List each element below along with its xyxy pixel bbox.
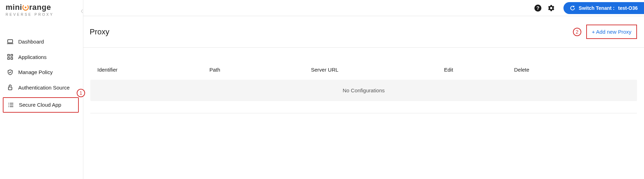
column-header-edit: Edit [444, 67, 514, 73]
switch-tenant-button[interactable]: Switch Tenant : test-O36 [563, 2, 644, 14]
page-header: Proxy 2 + Add new Proxy [83, 16, 644, 48]
divider [90, 113, 637, 113]
refresh-icon [570, 5, 575, 11]
column-header-path: Path [209, 67, 311, 73]
sidebar-item-secure-cloud-app[interactable]: 1 Secure Cloud App [3, 97, 79, 113]
sidebar-item-authentication-source[interactable]: Authentication Source [0, 80, 83, 95]
topbar: ? Switch Tenant : test-O36 [83, 0, 644, 16]
sidebar-item-applications[interactable]: Applications [0, 49, 83, 65]
sidebar: minirange REVERSE PROXY Dashboard Applic… [0, 0, 83, 179]
svg-rect-7 [11, 58, 13, 59]
add-new-proxy-button[interactable]: + Add new Proxy [586, 25, 637, 39]
sidebar-item-manage-policy[interactable]: Manage Policy [0, 65, 83, 80]
svg-point-9 [8, 103, 9, 104]
grid-icon [7, 54, 13, 60]
sidebar-collapse-handle[interactable] [81, 9, 83, 13]
content: Identifier Path Server URL Edit Delete N… [83, 48, 644, 120]
logo-suffix: range [29, 3, 51, 12]
laptop-icon [7, 39, 13, 45]
sidebar-nav: Dashboard Applications Manage Policy Aut… [0, 24, 83, 115]
logo-accent [22, 3, 29, 12]
sidebar-item-dashboard[interactable]: Dashboard [0, 34, 83, 49]
logo-prefix: mini [6, 3, 22, 12]
lock-icon [7, 84, 13, 91]
svg-rect-6 [8, 58, 9, 59]
svg-point-13 [8, 106, 9, 107]
sidebar-item-label: Secure Cloud App [19, 101, 61, 108]
help-icon[interactable]: ? [534, 4, 542, 12]
page-title: Proxy [90, 27, 109, 37]
table-header: Identifier Path Server URL Edit Delete [90, 62, 637, 78]
annotation-badge-2: 2 [573, 28, 581, 36]
svg-point-1 [25, 7, 27, 8]
svg-rect-5 [11, 54, 13, 56]
switch-tenant-value: test-O36 [618, 5, 638, 11]
svg-text:?: ? [536, 5, 539, 11]
main: ? Switch Tenant : test-O36 Proxy 2 + Add… [83, 0, 644, 179]
column-header-identifier: Identifier [97, 67, 209, 73]
annotation-badge-1: 1 [77, 89, 85, 97]
svg-rect-2 [8, 40, 13, 43]
sidebar-item-label: Authentication Source [18, 84, 70, 91]
sidebar-item-label: Applications [18, 54, 47, 61]
column-header-server-url: Server URL [311, 67, 444, 73]
column-header-delete: Delete [514, 67, 630, 73]
sidebar-item-label: Dashboard [18, 38, 44, 45]
logo-subtitle: REVERSE PROXY [6, 13, 77, 16]
logo-text: minirange [6, 3, 77, 12]
svg-point-11 [8, 105, 9, 105]
shield-check-icon [7, 69, 13, 75]
svg-rect-8 [8, 87, 12, 90]
switch-tenant-label: Switch Tenant : [579, 5, 615, 11]
sidebar-item-label: Manage Policy [18, 69, 53, 76]
table-empty-message: No Configurations [90, 80, 637, 101]
svg-rect-4 [8, 54, 9, 56]
list-icon [8, 102, 14, 108]
logo: minirange REVERSE PROXY [0, 0, 83, 24]
gear-icon[interactable] [547, 4, 555, 12]
